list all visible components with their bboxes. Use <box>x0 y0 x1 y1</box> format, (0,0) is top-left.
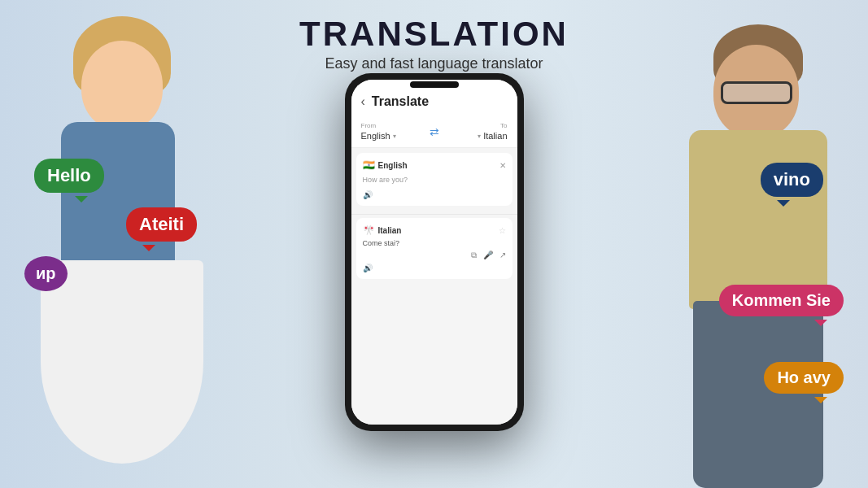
person-woman <box>0 16 277 488</box>
output-actions: ⧉ 🎤 ↗ <box>363 251 506 260</box>
swap-languages-button[interactable]: ⇄ <box>430 125 439 138</box>
language-selector[interactable]: From English ▾ ⇄ To ▾ Italian <box>351 115 517 148</box>
phone-outer: ‹ Translate From English ▾ ⇄ To <box>345 73 524 431</box>
separator <box>351 214 517 215</box>
person-man <box>567 16 868 488</box>
output-language-name: Italian <box>378 226 402 235</box>
bubble-hello: Hello <box>34 159 104 193</box>
output-flag-row: 🎌 Italian ☆ <box>363 224 506 236</box>
phone-screen: ‹ Translate From English ▾ ⇄ To <box>351 80 517 425</box>
mic-icon[interactable]: 🎤 <box>483 251 493 260</box>
input-text-content[interactable]: How are you? <box>363 174 506 185</box>
woman-torso <box>61 122 175 268</box>
to-language[interactable]: ▾ Italian <box>478 131 507 141</box>
from-label: From <box>361 122 425 129</box>
to-label: To <box>500 122 507 129</box>
bubble-vino: vino <box>761 163 823 197</box>
output-volume-icon[interactable]: 🔊 <box>363 264 506 272</box>
share-icon[interactable]: ↗ <box>499 251 506 260</box>
phone-notch <box>410 81 459 88</box>
bubble-kommen: Kommen Sie <box>719 285 844 316</box>
bubble-ateiti: Ateiti <box>126 207 197 242</box>
to-dropdown-arrow: ▾ <box>478 133 481 140</box>
from-language[interactable]: English ▾ <box>361 131 425 141</box>
woman-head <box>81 41 163 130</box>
bubble-ir: ир <box>24 256 68 291</box>
clear-input-button[interactable]: ✕ <box>499 161 506 170</box>
favorite-button[interactable]: ☆ <box>499 226 506 235</box>
header-section: TRANSLATION Easy and fast language trans… <box>299 0 569 72</box>
input-flag-row: 🇮🇳 English ✕ <box>363 159 506 171</box>
input-language-name: English <box>378 161 408 170</box>
back-arrow-icon[interactable]: ‹ <box>361 94 365 109</box>
input-section[interactable]: 🇮🇳 English ✕ How are you? 🔊 <box>356 153 513 206</box>
man-glasses <box>721 81 792 104</box>
phone-mockup: ‹ Translate From English ▾ ⇄ To <box>345 73 524 431</box>
woman-skirt <box>41 260 203 464</box>
man-pants <box>693 301 823 488</box>
copy-icon[interactable]: ⧉ <box>471 251 477 260</box>
man-jacket <box>689 130 827 309</box>
lang-to[interactable]: To ▾ Italian <box>444 122 508 141</box>
app-body: 🇮🇳 English ✕ How are you? 🔊 <box>351 148 517 425</box>
input-language-label: 🇮🇳 English <box>363 159 408 171</box>
lang-from[interactable]: From English ▾ <box>361 122 425 141</box>
output-flag-icon: 🎌 <box>363 224 375 236</box>
app-header-title: Translate <box>372 94 429 109</box>
output-language-label: 🎌 Italian <box>363 224 402 236</box>
output-text-content: Come stai? <box>363 239 506 247</box>
sub-title: Easy and fast language translator <box>299 55 569 72</box>
main-title: TRANSLATION <box>299 15 569 54</box>
bubble-hoavy: Ho avy <box>764 362 844 394</box>
input-flag-icon: 🇮🇳 <box>363 159 375 171</box>
output-section: 🎌 Italian ☆ Come stai? ⧉ 🎤 ↗ 🔊 <box>356 218 513 279</box>
from-dropdown-arrow: ▾ <box>393 133 396 140</box>
input-volume-icon[interactable]: 🔊 <box>363 190 506 199</box>
